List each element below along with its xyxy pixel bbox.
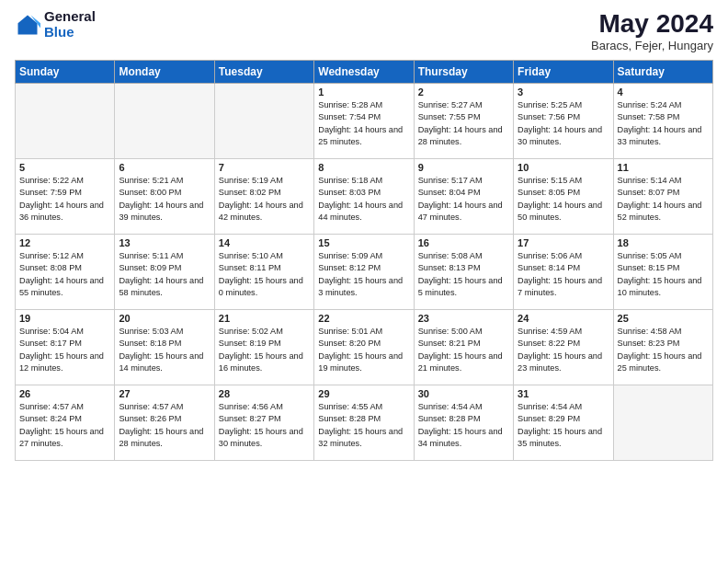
day-info: Sunrise: 4:57 AMSunset: 8:24 PMDaylight:… (19, 401, 110, 450)
page: General Blue May 2024 Baracs, Fejer, Hun… (0, 0, 728, 563)
day-info: Sunrise: 5:17 AMSunset: 8:04 PMDaylight:… (418, 175, 509, 224)
day-cell-11: 11Sunrise: 5:14 AMSunset: 8:07 PMDayligh… (613, 159, 712, 235)
day-cell-30: 30Sunrise: 4:54 AMSunset: 8:28 PMDayligh… (414, 385, 513, 461)
day-info: Sunrise: 5:22 AMSunset: 7:59 PMDaylight:… (19, 175, 110, 224)
col-header-thursday: Thursday (414, 61, 513, 84)
logo: General Blue (15, 9, 96, 40)
day-number: 1 (318, 86, 409, 98)
day-info: Sunrise: 4:55 AMSunset: 8:28 PMDaylight:… (318, 401, 409, 450)
day-cell-15: 15Sunrise: 5:09 AMSunset: 8:12 PMDayligh… (314, 235, 414, 310)
day-info: Sunrise: 5:11 AMSunset: 8:09 PMDaylight:… (119, 250, 210, 299)
col-header-monday: Monday (115, 61, 214, 84)
calendar-week-4: 19Sunrise: 5:04 AMSunset: 8:17 PMDayligh… (16, 310, 713, 385)
day-info: Sunrise: 5:15 AMSunset: 8:05 PMDaylight:… (518, 175, 609, 224)
day-cell-12: 12Sunrise: 5:12 AMSunset: 8:08 PMDayligh… (16, 235, 115, 310)
day-info: Sunrise: 5:21 AMSunset: 8:00 PMDaylight:… (119, 175, 210, 224)
day-cell-13: 13Sunrise: 5:11 AMSunset: 8:09 PMDayligh… (115, 235, 214, 310)
day-cell-29: 29Sunrise: 4:55 AMSunset: 8:28 PMDayligh… (314, 385, 414, 461)
day-cell-26: 26Sunrise: 4:57 AMSunset: 8:24 PMDayligh… (16, 385, 115, 461)
day-number: 3 (518, 86, 609, 98)
day-cell-28: 28Sunrise: 4:56 AMSunset: 8:27 PMDayligh… (214, 385, 313, 461)
day-number: 7 (219, 162, 310, 173)
day-cell-20: 20Sunrise: 5:03 AMSunset: 8:18 PMDayligh… (115, 310, 214, 385)
day-info: Sunrise: 5:10 AMSunset: 8:11 PMDaylight:… (219, 250, 310, 299)
day-cell-17: 17Sunrise: 5:06 AMSunset: 8:14 PMDayligh… (514, 235, 613, 310)
day-info: Sunrise: 5:12 AMSunset: 8:08 PMDaylight:… (19, 250, 110, 299)
day-number: 22 (318, 313, 409, 324)
title-location: Baracs, Fejer, Hungary (591, 39, 713, 52)
day-info: Sunrise: 4:54 AMSunset: 8:28 PMDaylight:… (418, 401, 509, 450)
day-number: 12 (19, 237, 110, 248)
day-number: 14 (219, 237, 310, 248)
day-cell-4: 4Sunrise: 5:24 AMSunset: 7:58 PMDaylight… (613, 84, 712, 159)
calendar-header-row: SundayMondayTuesdayWednesdayThursdayFrid… (16, 61, 713, 84)
day-cell-5: 5Sunrise: 5:22 AMSunset: 7:59 PMDaylight… (16, 159, 115, 235)
day-number: 6 (119, 162, 210, 173)
day-cell-6: 6Sunrise: 5:21 AMSunset: 8:00 PMDaylight… (115, 159, 214, 235)
col-header-sunday: Sunday (16, 61, 115, 84)
day-info: Sunrise: 5:05 AMSunset: 8:15 PMDaylight:… (618, 250, 709, 299)
day-info: Sunrise: 5:18 AMSunset: 8:03 PMDaylight:… (318, 175, 409, 224)
day-info: Sunrise: 5:01 AMSunset: 8:20 PMDaylight:… (318, 326, 409, 374)
day-info: Sunrise: 5:19 AMSunset: 8:02 PMDaylight:… (219, 175, 310, 224)
day-info: Sunrise: 5:28 AMSunset: 7:54 PMDaylight:… (318, 99, 409, 148)
day-number: 23 (418, 313, 509, 324)
day-number: 13 (119, 237, 210, 248)
day-info: Sunrise: 4:57 AMSunset: 8:26 PMDaylight:… (119, 401, 210, 450)
day-number: 4 (618, 86, 709, 98)
svg-marker-0 (18, 15, 38, 34)
col-header-tuesday: Tuesday (214, 61, 313, 84)
header: General Blue May 2024 Baracs, Fejer, Hun… (15, 9, 713, 52)
day-cell-23: 23Sunrise: 5:00 AMSunset: 8:21 PMDayligh… (414, 310, 513, 385)
day-number: 16 (418, 237, 509, 248)
day-number: 29 (318, 388, 409, 399)
empty-cell (115, 84, 214, 159)
day-info: Sunrise: 5:04 AMSunset: 8:17 PMDaylight:… (19, 326, 110, 374)
title-month: May 2024 (591, 9, 713, 39)
day-info: Sunrise: 4:58 AMSunset: 8:23 PMDaylight:… (618, 326, 709, 374)
day-cell-21: 21Sunrise: 5:02 AMSunset: 8:19 PMDayligh… (214, 310, 313, 385)
day-number: 8 (318, 162, 409, 173)
day-number: 30 (418, 388, 509, 399)
logo-text: General Blue (44, 9, 96, 40)
day-cell-7: 7Sunrise: 5:19 AMSunset: 8:02 PMDaylight… (214, 159, 313, 235)
day-info: Sunrise: 5:14 AMSunset: 8:07 PMDaylight:… (618, 175, 709, 224)
col-header-friday: Friday (514, 61, 613, 84)
day-cell-16: 16Sunrise: 5:08 AMSunset: 8:13 PMDayligh… (414, 235, 513, 310)
calendar-week-1: 1Sunrise: 5:28 AMSunset: 7:54 PMDaylight… (16, 84, 713, 159)
day-cell-27: 27Sunrise: 4:57 AMSunset: 8:26 PMDayligh… (115, 385, 214, 461)
day-info: Sunrise: 5:02 AMSunset: 8:19 PMDaylight:… (219, 326, 310, 374)
day-info: Sunrise: 5:09 AMSunset: 8:12 PMDaylight:… (318, 250, 409, 299)
day-number: 2 (418, 86, 509, 98)
day-info: Sunrise: 5:25 AMSunset: 7:56 PMDaylight:… (518, 99, 609, 148)
empty-cell (16, 84, 115, 159)
day-number: 20 (119, 313, 210, 324)
day-info: Sunrise: 5:08 AMSunset: 8:13 PMDaylight:… (418, 250, 509, 299)
day-cell-1: 1Sunrise: 5:28 AMSunset: 7:54 PMDaylight… (314, 84, 414, 159)
day-cell-25: 25Sunrise: 4:58 AMSunset: 8:23 PMDayligh… (613, 310, 712, 385)
day-cell-9: 9Sunrise: 5:17 AMSunset: 8:04 PMDaylight… (414, 159, 513, 235)
calendar-table: SundayMondayTuesdayWednesdayThursdayFrid… (15, 60, 713, 461)
day-number: 18 (618, 237, 709, 248)
day-cell-18: 18Sunrise: 5:05 AMSunset: 8:15 PMDayligh… (613, 235, 712, 310)
day-number: 10 (518, 162, 609, 173)
day-cell-14: 14Sunrise: 5:10 AMSunset: 8:11 PMDayligh… (214, 235, 313, 310)
day-number: 9 (418, 162, 509, 173)
day-number: 15 (318, 237, 409, 248)
day-number: 11 (618, 162, 709, 173)
day-number: 21 (219, 313, 310, 324)
day-cell-19: 19Sunrise: 5:04 AMSunset: 8:17 PMDayligh… (16, 310, 115, 385)
col-header-wednesday: Wednesday (314, 61, 414, 84)
empty-cell (613, 385, 712, 461)
empty-cell (214, 84, 313, 159)
day-cell-2: 2Sunrise: 5:27 AMSunset: 7:55 PMDaylight… (414, 84, 513, 159)
day-number: 17 (518, 237, 609, 248)
logo-general-text: General (44, 9, 96, 25)
day-info: Sunrise: 5:27 AMSunset: 7:55 PMDaylight:… (418, 99, 509, 148)
day-number: 24 (518, 313, 609, 324)
day-info: Sunrise: 5:03 AMSunset: 8:18 PMDaylight:… (119, 326, 210, 374)
logo-blue-text: Blue (44, 25, 96, 40)
day-number: 25 (618, 313, 709, 324)
calendar-week-3: 12Sunrise: 5:12 AMSunset: 8:08 PMDayligh… (16, 235, 713, 310)
col-header-saturday: Saturday (613, 61, 712, 84)
